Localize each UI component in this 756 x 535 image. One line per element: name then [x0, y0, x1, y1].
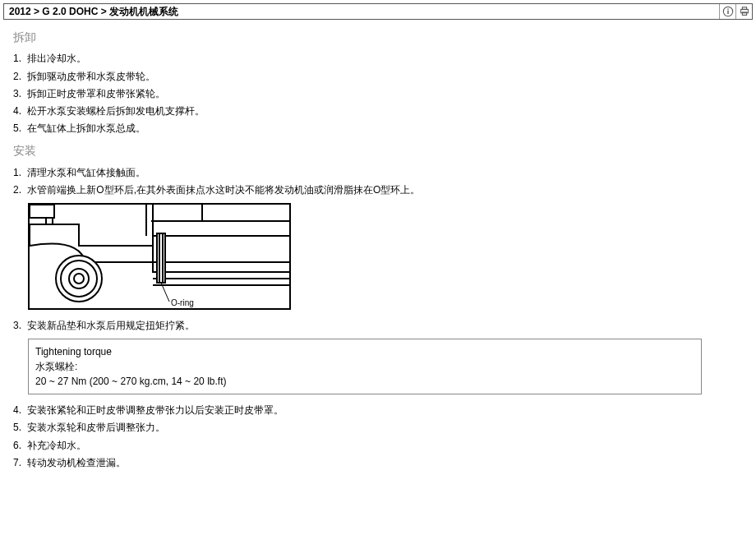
list-item: 3. 拆卸正时皮带罩和皮带张紧轮。: [13, 86, 748, 102]
oring-figure: O-ring: [28, 203, 291, 310]
list-item: 7. 转动发动机检查泄漏。: [13, 455, 748, 471]
step-text: 转动发动机检查泄漏。: [27, 457, 126, 468]
torque-label: 水泵螺栓:: [35, 359, 694, 374]
step-text: 清理水泵和气缸体接触面。: [27, 167, 145, 178]
list-item: 2. 水管前端换上新O型环后,在其外表面抹点水这时决不能将发动机油或润滑脂抹在O…: [13, 182, 748, 198]
document-content: 拆卸 1. 排出冷却水。 2. 拆卸驱动皮带和水泵皮带轮。 3. 拆卸正时皮带罩…: [3, 28, 753, 471]
figure-label: O-ring: [171, 297, 194, 310]
breadcrumb-bar: 2012 > G 2.0 DOHC > 发动机机械系统: [3, 3, 753, 20]
print-icon: [739, 6, 750, 17]
list-item: 5. 在气缸体上拆卸水泵总成。: [13, 121, 748, 136]
breadcrumb-actions: [719, 4, 752, 19]
info-button[interactable]: [719, 4, 735, 19]
list-item: 6. 补充冷却水。: [13, 438, 748, 454]
install-steps-b: 3. 安装新品垫和水泵后用规定扭矩拧紧。: [13, 318, 748, 334]
step-text: 排出冷却水。: [27, 53, 86, 64]
svg-rect-2: [727, 8, 728, 9]
step-text: 安装水泵轮和皮带后调整张力。: [27, 422, 165, 433]
step-text: 拆卸正时皮带罩和皮带张紧轮。: [27, 88, 165, 99]
svg-rect-17: [162, 233, 164, 283]
removal-steps: 1. 排出冷却水。 2. 拆卸驱动皮带和水泵皮带轮。 3. 拆卸正时皮带罩和皮带…: [13, 51, 748, 136]
oring-diagram: [30, 205, 291, 310]
svg-rect-4: [742, 7, 746, 10]
list-item: 2. 拆卸驱动皮带和水泵皮带轮。: [13, 69, 748, 85]
removal-title: 拆卸: [13, 28, 748, 46]
svg-rect-12: [153, 262, 291, 272]
list-item: 4. 安装张紧轮和正时皮带调整皮带张力以后安装正时皮带罩。: [13, 403, 748, 418]
step-text: 补充冷却水。: [27, 440, 86, 451]
install-title: 安装: [13, 141, 748, 159]
torque-title: Tightening torque: [35, 344, 694, 359]
list-item: 5. 安装水泵轮和皮带后调整张力。: [13, 420, 748, 436]
list-item: 1. 排出冷却水。: [13, 51, 748, 67]
step-text: 拆卸驱动皮带和水泵皮带轮。: [27, 71, 155, 82]
svg-rect-18: [30, 205, 54, 218]
install-steps-c: 4. 安装张紧轮和正时皮带调整皮带张力以后安装正时皮带罩。 5. 安装水泵轮和皮…: [13, 403, 748, 471]
list-item: 4. 松开水泵安装螺栓后拆卸发电机支撑杆。: [13, 104, 748, 119]
step-text: 安装新品垫和水泵后用规定扭矩拧紧。: [27, 320, 195, 331]
print-button[interactable]: [735, 4, 752, 19]
torque-spec-box: Tightening torque 水泵螺栓: 20 ~ 27 Nm (200 …: [28, 339, 702, 394]
step-text: 安装张紧轮和正时皮带调整皮带张力以后安装正时皮带罩。: [27, 404, 284, 416]
install-steps: 1. 清理水泵和气缸体接触面。 2. 水管前端换上新O型环后,在其外表面抹点水这…: [13, 165, 748, 198]
svg-rect-15: [157, 233, 165, 283]
step-text: 水管前端换上新O型环后,在其外表面抹点水这时决不能将发动机油或润滑脂抹在O型环上…: [27, 184, 420, 196]
info-icon: [722, 6, 734, 17]
svg-rect-1: [727, 11, 728, 14]
breadcrumb: 2012 > G 2.0 DOHC > 发动机机械系统: [4, 5, 719, 19]
svg-point-21: [56, 256, 102, 302]
step-text: 在气缸体上拆卸水泵总成。: [27, 122, 145, 134]
step-text: 松开水泵安装螺栓后拆卸发电机支撑杆。: [27, 105, 205, 117]
svg-rect-10: [153, 221, 291, 262]
list-item: 1. 清理水泵和气缸体接触面。: [13, 165, 748, 181]
torque-value: 20 ~ 27 Nm (200 ~ 270 kg.cm, 14 ~ 20 lb.…: [35, 374, 694, 389]
list-item: 3. 安装新品垫和水泵后用规定扭矩拧紧。: [13, 318, 748, 334]
svg-rect-5: [742, 12, 746, 16]
svg-rect-16: [159, 233, 160, 283]
